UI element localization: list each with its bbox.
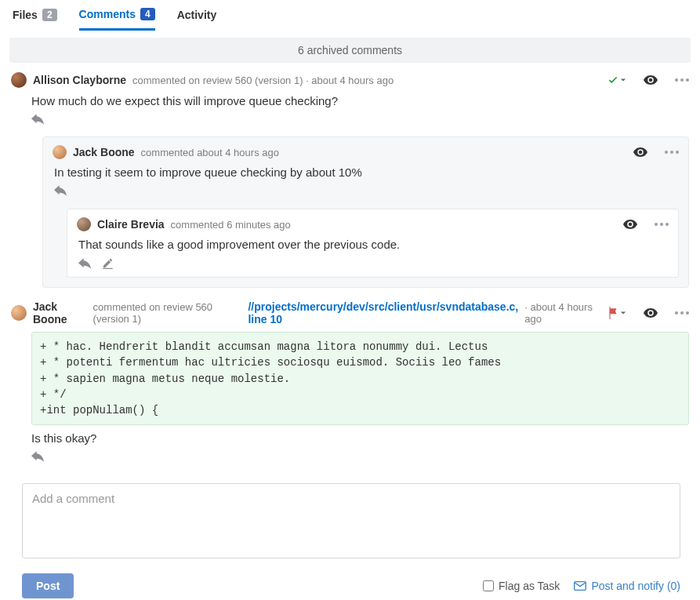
visibility-icon[interactable] — [644, 75, 658, 85]
post-and-notify[interactable]: Post and notify (0) — [574, 580, 680, 592]
envelope-icon — [574, 581, 586, 591]
svg-point-1 — [680, 78, 684, 82]
avatar — [77, 217, 91, 231]
approve-check-icon[interactable] — [608, 75, 626, 85]
comment-thread: Allison Clayborne commented on review 56… — [0, 67, 700, 296]
avatar — [11, 305, 27, 321]
visibility-icon[interactable] — [644, 307, 658, 318]
comment-composer[interactable] — [22, 483, 680, 558]
svg-point-12 — [686, 311, 689, 315]
svg-point-2 — [686, 78, 689, 82]
flag-icon[interactable] — [608, 307, 626, 319]
svg-point-10 — [675, 311, 678, 315]
comment-meta: commented about 4 hours ago — [141, 147, 279, 158]
comment-meta: commented on review 560 (version 1) · ab… — [132, 75, 394, 86]
reply-action-row — [77, 253, 669, 271]
svg-point-7 — [660, 223, 663, 226]
tab-activity-label: Activity — [177, 9, 217, 21]
comment-actions — [608, 75, 689, 85]
nested-comment: Claire Brevia commented 6 minutes ago Th… — [67, 209, 679, 278]
comment-body: That sounds like a good improvement over… — [77, 231, 669, 253]
comment-header: Jack Boone commented about 4 hours ago — [53, 145, 679, 159]
post-button[interactable]: Post — [22, 573, 74, 598]
comment-body: How much do we expect this will improve … — [11, 88, 689, 109]
tab-comments-label: Comments — [79, 8, 136, 20]
reply-icon[interactable] — [54, 185, 67, 196]
tab-files[interactable]: Files 2 — [13, 9, 57, 29]
flag-task-label: Flag as Task — [499, 580, 560, 592]
avatar — [11, 72, 27, 88]
more-icon[interactable] — [675, 78, 689, 82]
comment-author[interactable]: Jack Boone — [33, 300, 87, 325]
reply-action-row — [53, 180, 679, 198]
reply-icon[interactable] — [78, 257, 91, 269]
svg-point-11 — [680, 311, 684, 315]
archived-label: 6 archived comments — [298, 44, 402, 56]
avatar — [53, 145, 67, 159]
svg-point-3 — [665, 151, 668, 154]
file-link[interactable]: //projects/mercury/dev/src/client/usr/sv… — [248, 300, 518, 325]
comment-thread: Jack Boone commented on review 560 (vers… — [0, 296, 700, 469]
comment-header: Allison Clayborne commented on review 56… — [11, 72, 689, 88]
more-icon[interactable] — [675, 311, 689, 315]
comment-header: Jack Boone commented on review 560 (vers… — [11, 300, 689, 325]
nested-comment: Jack Boone commented about 4 hours ago I… — [42, 136, 689, 288]
tab-comments[interactable]: Comments 4 — [79, 8, 155, 31]
comment-actions — [608, 307, 689, 319]
code-snippet: + * hac. Hendrerit blandit accumsan magn… — [31, 332, 689, 425]
comment-meta-prefix: commented on review 560 (version 1) — [93, 301, 242, 325]
visibility-icon[interactable] — [623, 219, 637, 230]
tabs: Files 2 Comments 4 Activity — [0, 3, 700, 30]
edit-icon[interactable] — [102, 257, 114, 269]
tab-files-count: 2 — [42, 9, 57, 21]
svg-rect-9 — [103, 268, 113, 269]
tab-files-label: Files — [13, 9, 38, 21]
comment-header: Claire Brevia commented 6 minutes ago — [77, 217, 669, 231]
comment-body: In testing it seem to improve queue chec… — [53, 159, 679, 180]
comment-body: Is this okay? — [11, 425, 689, 446]
visibility-icon[interactable] — [633, 147, 647, 158]
comment-author[interactable]: Claire Brevia — [97, 218, 165, 231]
tab-comments-count: 4 — [140, 8, 155, 20]
svg-point-8 — [666, 223, 669, 226]
more-icon[interactable] — [665, 150, 679, 155]
reply-action-row — [11, 446, 689, 466]
reply-action-row — [11, 109, 689, 129]
comment-actions — [633, 147, 679, 158]
notify-label: Post and notify (0) — [591, 580, 680, 592]
reply-icon[interactable] — [31, 114, 44, 125]
flag-as-task[interactable]: Flag as Task — [483, 580, 560, 592]
comment-author[interactable]: Allison Clayborne — [33, 74, 126, 86]
svg-point-4 — [670, 151, 673, 154]
reply-icon[interactable] — [31, 451, 44, 462]
comment-actions — [623, 219, 669, 230]
comment-meta: commented 6 minutes ago — [171, 219, 291, 231]
archived-comments-banner[interactable]: 6 archived comments — [9, 38, 691, 63]
more-icon[interactable] — [655, 222, 669, 227]
svg-point-6 — [655, 223, 658, 226]
svg-point-5 — [676, 151, 679, 154]
comment-meta-suffix: · about 4 hours ago — [524, 301, 601, 325]
comment-author[interactable]: Jack Boone — [73, 146, 135, 158]
flag-task-checkbox[interactable] — [483, 580, 494, 591]
composer-footer: Post Flag as Task Post and notify (0) — [22, 573, 680, 598]
tab-activity[interactable]: Activity — [177, 9, 217, 29]
svg-point-0 — [675, 78, 678, 82]
